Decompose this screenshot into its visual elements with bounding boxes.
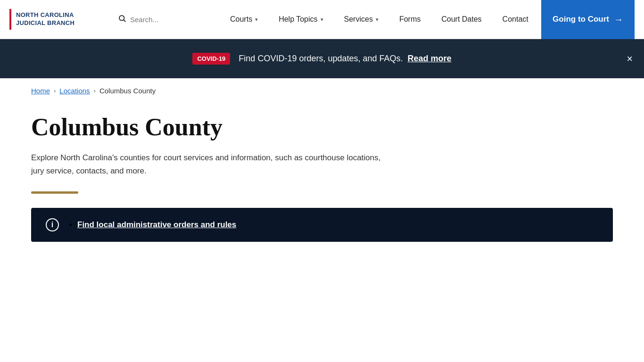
close-button[interactable]: × — [627, 53, 633, 65]
covid-text: Find COVID-19 orders, updates, and FAQs.… — [239, 54, 451, 64]
logo-area: NORTH CAROLINA JUDICIAL BRANCH — [9, 9, 113, 30]
notice-list: Find local administrative orders and rul… — [69, 220, 236, 230]
search-area — [118, 14, 206, 25]
chevron-down-icon: ▾ — [321, 16, 323, 23]
covid-banner: COVID-19 Find COVID-19 orders, updates, … — [0, 39, 644, 78]
breadcrumb-locations[interactable]: Locations — [59, 87, 90, 95]
breadcrumb: Home › Locations › Columbus County — [0, 78, 644, 103]
search-icon[interactable] — [118, 14, 126, 25]
nav-item-contact[interactable]: Contact — [492, 0, 539, 39]
logo-bar — [9, 9, 11, 30]
nav-item-forms[interactable]: Forms — [389, 0, 431, 39]
cta-label: Going to Court — [553, 15, 609, 24]
chevron-down-icon: ▾ — [376, 16, 379, 23]
search-input[interactable] — [130, 16, 206, 24]
breadcrumb-separator-2: › — [94, 87, 96, 94]
main-nav: Courts ▾ Help Topics ▾ Services ▾ Forms … — [220, 0, 541, 39]
page-description: Explore North Carolina's counties for co… — [31, 151, 389, 177]
svg-line-1 — [124, 20, 125, 21]
gold-divider — [31, 191, 78, 194]
page-title: Columbus County — [31, 113, 613, 142]
nav-item-courts[interactable]: Courts ▾ — [220, 0, 268, 39]
arrow-right-icon: → — [614, 14, 623, 25]
logo-text[interactable]: NORTH CAROLINA JUDICIAL BRANCH — [16, 11, 74, 27]
nav-label-courts: Courts — [230, 15, 252, 24]
nav-item-help-topics[interactable]: Help Topics ▾ — [268, 0, 333, 39]
nav-label-court-dates: Court Dates — [441, 15, 481, 24]
info-icon: i — [45, 218, 59, 231]
covid-badge: COVID-19 — [192, 53, 230, 65]
covid-read-more-link[interactable]: Read more — [408, 54, 452, 63]
breadcrumb-home[interactable]: Home — [31, 87, 50, 95]
nav-item-court-dates[interactable]: Court Dates — [431, 0, 492, 39]
chevron-down-icon: ▾ — [255, 16, 258, 23]
site-header: NORTH CAROLINA JUDICIAL BRANCH Courts ▾ … — [0, 0, 644, 39]
main-content: Columbus County Explore North Carolina's… — [0, 103, 644, 261]
nav-label-help-topics: Help Topics — [279, 15, 317, 24]
nav-item-services[interactable]: Services ▾ — [334, 0, 389, 39]
going-to-court-button[interactable]: Going to Court → — [541, 0, 635, 39]
notice-box: i Find local administrative orders and r… — [31, 208, 613, 242]
breadcrumb-current: Columbus County — [99, 87, 156, 95]
logo-line2: JUDICIAL BRANCH — [16, 19, 74, 26]
list-item: Find local administrative orders and rul… — [77, 220, 236, 230]
breadcrumb-separator-1: › — [54, 87, 56, 94]
nav-label-services: Services — [344, 15, 373, 24]
nav-label-forms: Forms — [399, 15, 421, 24]
covid-message: Find COVID-19 orders, updates, and FAQs. — [239, 54, 403, 63]
admin-orders-link[interactable]: Find local administrative orders and rul… — [77, 220, 236, 229]
logo-line1: NORTH CAROLINA — [16, 11, 74, 18]
nav-label-contact: Contact — [503, 15, 528, 24]
